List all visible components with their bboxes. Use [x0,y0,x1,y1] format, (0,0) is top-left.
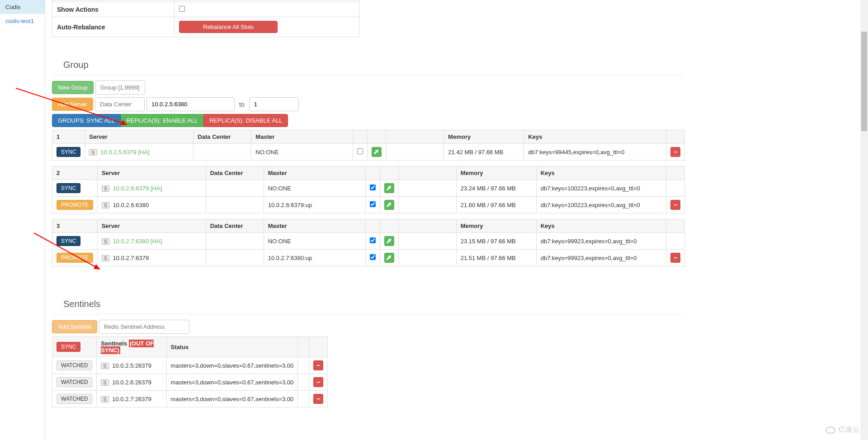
watched-button[interactable]: WATCHED [57,394,92,404]
delete-sentinel-button[interactable]: − [313,377,323,387]
to-group-input[interactable] [249,97,299,111]
disable-all-button[interactable]: REPLICA(S): DISABLE ALL [203,114,288,127]
sentinels-section-title: Sentinels [52,294,685,314]
keys-cell: db7:keys=99445,expires=0,avg_ttl=0 [524,144,666,161]
replica-checkbox[interactable] [370,185,376,190]
sidebar-item-instance[interactable]: codis-test1 [0,14,45,28]
replica-checkbox[interactable] [357,148,363,154]
data-center-input[interactable] [95,97,145,111]
delete-button[interactable]: − [670,147,680,157]
memory-header: Memory [456,166,536,180]
sentinel-status: masters=3,down=0,slaves=0.67,sentinels=3… [166,357,298,374]
delete-sentinel-button[interactable]: − [313,394,323,404]
delete-sentinel-button[interactable]: − [313,360,323,370]
sidebar: Codis codis-test1 [0,0,45,440]
master-header: Master [251,130,353,144]
master-cell: 10.0.2.6:6379:up [264,197,365,213]
master-cell: NO:ONE [264,180,365,197]
sync-button[interactable]: SYNC [57,183,80,193]
scrollbar-thumb[interactable] [861,32,867,131]
server-address-input[interactable] [146,97,235,111]
server-header: Server [85,130,193,144]
cloud-icon [826,426,835,434]
sentinel-status: masters=3,down=0,slaves=0.67,sentinels=3… [166,374,298,391]
s-badge: S [102,202,109,208]
promote-button[interactable]: PROMOTE [57,200,93,210]
keys-header: Keys [524,130,666,144]
memory-header: Memory [456,219,536,233]
replica-checkbox[interactable] [370,254,376,260]
keys-cell: db7:keys=99923,expires=0,avg_ttl=0 [536,233,666,250]
server-link[interactable]: 10.0.2.5:6379 [100,149,137,156]
replica-checkbox[interactable] [370,201,376,207]
config-auto-rebalance-label: Auto-Rebalance [52,17,175,37]
ha-tag: [HA] [151,185,162,192]
sync-all-button[interactable]: GROUPS: SYNC ALL [52,114,121,127]
to-label: to [236,101,247,108]
dc-header: Data Center [206,219,264,233]
add-server-button[interactable]: Add Server [52,98,93,111]
keys-header: Keys [536,219,666,233]
s-badge: S [102,185,109,192]
memory-cell: 21.51 MB / 97.66 MB [456,250,536,266]
s-badge: S [101,363,108,369]
server-row: PROMOTE S 10.0.2.6:6380 10.0.2.6:6379:up… [52,197,685,213]
sentinel-address-input[interactable] [99,320,189,334]
master-cell: NO:ONE [251,144,353,161]
sentinel-addr: 10.0.2.7:26379 [112,396,151,402]
wrench-icon[interactable] [384,200,394,210]
server-header: Server [97,166,206,180]
group-id-input[interactable] [95,80,145,95]
replica-checkbox[interactable] [370,237,376,243]
delete-button[interactable]: − [670,200,680,210]
wrench-icon[interactable] [384,183,394,193]
server-link[interactable]: 10.0.2.6:6379 [113,185,149,192]
sentinel-row: WATCHED S 10.0.2.5:26379 masters=3,down=… [52,357,328,374]
show-actions-checkbox[interactable] [179,6,185,12]
sentinels-header-label: Sentinels [101,340,127,347]
master-cell: NO:ONE [264,233,365,250]
new-group-button[interactable]: New Group [52,81,94,94]
wrench-icon[interactable] [372,147,382,157]
server-header: Server [97,219,206,233]
sync-button[interactable]: SYNC [57,147,80,157]
wrench-icon[interactable] [384,236,394,246]
group-id-header: 2 [52,166,98,180]
group-table: 3 Server Data Center Master Memory Keys … [52,219,685,266]
server-row: PROMOTE S 10.0.2.7:6379 10.0.2.7:6380:up… [52,250,685,266]
scrollbar-track[interactable] [860,0,868,440]
sentinel-sync-button[interactable]: SYNC [57,342,80,352]
main-content: Show Actions Auto-Rebalance Rebalance Al… [45,0,692,440]
sentinel-row: WATCHED S 10.0.2.6:26379 masters=3,down=… [52,374,328,391]
enable-all-button[interactable]: REPLICA(S): ENABLE ALL [121,114,204,127]
s-badge: S [101,396,108,402]
sidebar-item-codis[interactable]: Codis [0,0,45,14]
sentinel-addr: 10.0.2.6:26379 [112,379,151,386]
watched-button[interactable]: WATCHED [57,360,92,370]
server-text: 10.0.2.6:6380 [113,202,149,208]
memory-cell: 21.60 MB / 97.66 MB [456,197,536,213]
rebalance-all-button[interactable]: Rebalance All Slots [179,21,278,33]
s-badge: S [102,255,109,261]
watched-button[interactable]: WATCHED [57,377,92,387]
server-row: SYNC S 10.0.2.6:6379 [HA] NO:ONE 23.24 M… [52,180,685,197]
ha-tag: [HA] [138,149,149,156]
add-sentinel-button[interactable]: Add Sentinel [52,320,97,333]
dc-header: Data Center [206,166,264,180]
sync-button[interactable]: SYNC [57,236,80,246]
master-header: Master [264,219,365,233]
group-id-header: 3 [52,219,98,233]
s-badge: S [101,379,108,386]
server-link[interactable]: 10.0.2.7:6380 [113,238,149,245]
memory-cell: 23.24 MB / 97.66 MB [456,180,536,197]
server-text: 10.0.2.7:6379 [113,255,149,261]
promote-button[interactable]: PROMOTE [57,253,93,263]
server-row: SYNC S 10.0.2.7:6380 [HA] NO:ONE 23.15 M… [52,233,685,250]
keys-cell: db7:keys=100223,expires=0,avg_ttl=0 [536,180,666,197]
dc-header: Data Center [193,130,251,144]
config-show-actions-label: Show Actions [52,2,175,17]
delete-button[interactable]: − [670,253,680,263]
wrench-icon[interactable] [384,253,394,263]
memory-cell: 23.15 MB / 97.66 MB [456,233,536,250]
s-badge: S [89,149,97,156]
